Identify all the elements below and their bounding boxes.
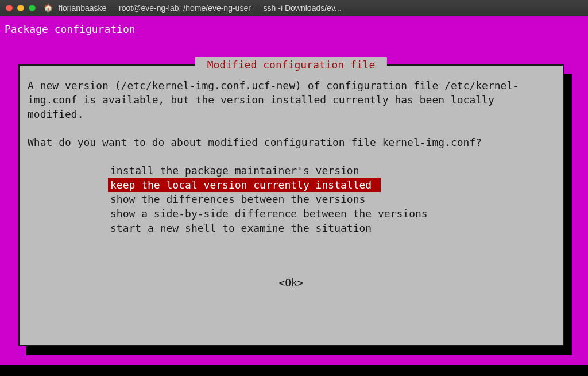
dialog-question: What do you want to do about modified co… (28, 135, 555, 149)
config-dialog: Modified configuration file A new versio… (18, 64, 564, 346)
window-controls (6, 5, 36, 11)
screen-header: Package configuration (5, 22, 136, 36)
option-keep-local[interactable]: keep the local version currently install… (108, 178, 381, 192)
option-side-by-side[interactable]: show a side-by-side difference between t… (108, 206, 555, 221)
dialog-title: Modified configuration file (195, 57, 387, 72)
ok-button[interactable]: <Ok> (276, 275, 305, 290)
option-start-shell[interactable]: start a new shell to examine the situati… (108, 221, 555, 235)
dialog-body-text: A new version (/etc/kernel-img.conf.ucf-… (28, 78, 555, 121)
option-install-maintainer[interactable]: install the package maintainer's version (108, 163, 555, 178)
options-menu: install the package maintainer's version… (108, 163, 555, 235)
window-title: florianbaaske — root@eve-ng-lab: /home/e… (59, 3, 582, 13)
zoom-icon[interactable] (29, 5, 36, 11)
terminal-area[interactable]: Package configuration Modified configura… (0, 16, 588, 376)
home-icon: 🏠 (44, 4, 53, 11)
terminal-bottom-strip (0, 365, 588, 376)
minimize-icon[interactable] (17, 5, 24, 11)
option-show-diff[interactable]: show the differences between the version… (108, 192, 555, 206)
window-titlebar: 🏠 florianbaaske — root@eve-ng-lab: /home… (0, 0, 588, 16)
close-icon[interactable] (6, 5, 13, 11)
dialog-buttons: <Ok> (28, 275, 555, 290)
